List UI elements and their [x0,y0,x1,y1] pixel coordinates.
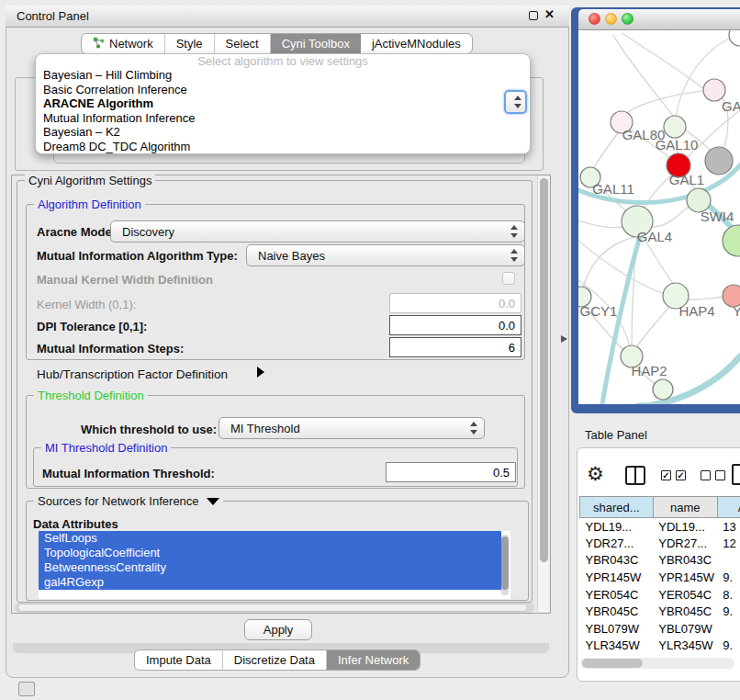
network-node[interactable] [653,379,673,400]
manual-kernel-checkbox[interactable] [502,272,515,285]
table-cell[interactable]: 9. [717,638,740,654]
hub-definition-disclosure[interactable]: Hub/Transcription Factor Definition [37,367,228,381]
mi-steps-field[interactable] [389,337,521,357]
mi-threshold-field[interactable] [386,462,516,482]
close-icon[interactable]: ✕ [544,7,555,21]
scrollbar-thumb[interactable] [540,178,548,562]
attribute-item[interactable]: BetweennessCentrality [39,560,501,575]
which-threshold-combobox[interactable]: MI Threshold [219,417,485,439]
tab-style[interactable]: Style [165,34,215,53]
table-cell[interactable]: YER054C [653,586,717,604]
table-cell[interactable]: YBR043C [580,552,654,570]
traffic-minimize-icon[interactable] [605,13,617,25]
table-cell[interactable]: YPR145W [653,569,717,586]
attribute-item[interactable]: SelfLoops [39,531,501,546]
scrollbar-thumb[interactable] [582,659,643,668]
tab-select[interactable]: Select [215,34,271,53]
unchecked-box-icon[interactable] [715,470,725,480]
split-columns-icon[interactable] [625,466,645,485]
table-row[interactable]: YBR043CYBR043C [580,552,740,570]
control-panel-titlebar[interactable] [6,6,569,28]
table-row[interactable]: YDL19...YDL19...13 [580,518,740,536]
tab-jactivemnodules[interactable]: jActiveMNodules [361,34,472,53]
network-canvas[interactable]: GALGAL80GAL10GAL1GAL11SWI4GAL4GCY1HAP4YH… [578,30,740,404]
table-cell[interactable]: YBR043C [653,552,717,570]
network-node[interactable] [664,116,686,138]
data-attributes-label: Data Attributes [33,517,118,531]
apply-button[interactable]: Apply [244,619,312,640]
table-cell[interactable]: 13 [717,518,740,536]
table-cell[interactable]: YBR045C [653,603,717,620]
attribute-item[interactable]: gal4RGexp [39,575,501,590]
mi-type-combobox[interactable]: Naive Bayes [246,244,525,266]
tab-infer-network[interactable]: Infer Network [327,650,420,670]
network-window-titlebar[interactable] [578,9,740,30]
disclosure-down-icon[interactable] [207,498,219,505]
table-cell[interactable] [717,552,740,570]
table-cell[interactable] [717,620,740,638]
algorithm-item[interactable]: Basic Correlation Inference [36,83,530,97]
dpi-tolerance-field[interactable] [389,315,521,335]
table-cell[interactable]: YDR27... [580,535,654,552]
column-header[interactable]: A [717,497,740,518]
table-cell[interactable]: YLR345W [580,638,654,654]
scrollbar-thumb[interactable] [17,604,528,612]
settings-vertical-scrollbar[interactable] [537,176,549,612]
table-cell[interactable]: YBR045C [580,603,654,620]
algorithm-item[interactable]: Dream8 DC_TDC Algorithm [36,140,530,154]
data-attributes-list[interactable]: SelfLoopsTopologicalCoefficientBetweenne… [39,531,510,599]
attributes-scrollbar[interactable] [501,535,509,595]
table-row[interactable]: YLR345WYLR345W9. [580,638,740,654]
algorithm-item[interactable]: ARACNE Algorithm [36,96,530,111]
scrollbar-thumb[interactable] [501,536,509,590]
gear-icon[interactable]: ⚙ [587,463,604,485]
table-cell[interactable]: 9. [717,569,740,586]
aracne-mode-combobox[interactable]: Discovery [110,220,525,243]
checked-box-icon[interactable]: ✓ [676,470,686,480]
node-table[interactable]: shared... name A YDL19...YDL19...13YDR27… [579,496,740,654]
network-node[interactable] [723,225,740,256]
table-cell[interactable]: 9. [717,603,740,620]
table-cell[interactable]: YDR27... [653,535,717,552]
tab-cyni-toolbox[interactable]: Cyni Toolbox [271,34,361,53]
table-row[interactable]: YDR27...YDR27...12 [580,535,740,552]
table-cell[interactable]: YLR345W [653,638,717,654]
checked-box-icon[interactable]: ✓ [661,470,671,480]
document-icon[interactable] [732,464,740,485]
table-row[interactable]: YER054CYER054C8. [580,586,740,604]
table-horizontal-scrollbar[interactable] [580,658,734,669]
traffic-zoom-icon[interactable] [622,13,633,25]
traffic-close-icon[interactable] [589,13,600,25]
table-cell[interactable]: 8. [717,586,740,604]
table-cell[interactable]: 12 [717,535,740,552]
column-header[interactable]: name [653,497,717,518]
column-header[interactable]: shared... [580,497,654,518]
table-cell[interactable]: YER054C [580,586,654,604]
tab-discretize-data[interactable]: Discretize Data [223,650,327,670]
settings-horizontal-scrollbar[interactable] [15,603,534,613]
algorithm-item[interactable]: Mutual Information Inference [36,111,530,126]
table-cell[interactable]: YDL19... [653,518,717,536]
disclosure-right-icon[interactable] [257,367,264,378]
algorithm-item[interactable]: Bayesian – Hill Climbing [36,68,530,83]
algorithm-item[interactable]: Bayesian – K2 [36,125,530,140]
tab-impute-data[interactable]: Impute Data [135,650,223,670]
tab-network[interactable]: Network [82,34,165,53]
table-row[interactable]: YBR045CYBR045C9. [580,603,740,620]
cyni-mode-tabbar: Impute Data Discretize Data Infer Networ… [134,649,420,671]
network-node[interactable] [705,147,733,175]
kernel-width-field[interactable] [389,293,521,313]
table-cell[interactable]: YDL19... [580,518,654,536]
table-cell[interactable]: YPR145W [580,569,654,586]
algorithm-combobox-fragment[interactable] [504,90,527,114]
unchecked-box-icon[interactable] [701,470,711,480]
table-row[interactable]: YBL079WYBL079W [580,620,740,638]
table-cell[interactable]: YBL079W [653,620,717,638]
table-cell[interactable]: YBL079W [580,620,654,638]
float-window-icon[interactable] [529,11,538,20]
chevron-updown-icon [510,225,518,238]
table-row[interactable]: YPR145WYPR145W9. [580,569,740,586]
network-node[interactable] [729,30,740,46]
collapsed-panel-button[interactable] [18,682,35,696]
attribute-item[interactable]: TopologicalCoefficient [39,546,501,560]
